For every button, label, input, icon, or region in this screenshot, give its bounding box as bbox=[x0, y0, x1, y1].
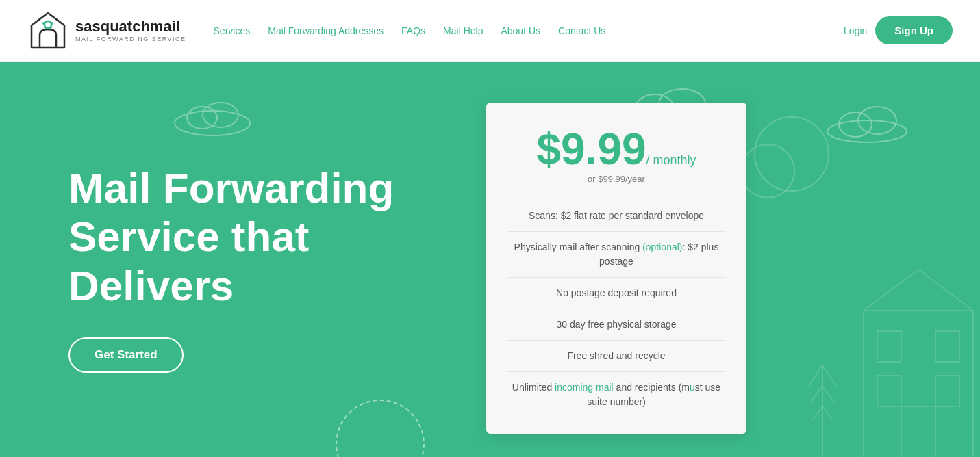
pricing-card: $9.99/ monthly or $99.99/year Scans: $2 … bbox=[486, 103, 746, 434]
nav-mail-help[interactable]: Mail Help bbox=[436, 21, 490, 40]
price-header: $9.99/ monthly or $99.99/year bbox=[507, 127, 726, 184]
svg-point-0 bbox=[45, 21, 51, 28]
svg-point-10 bbox=[839, 112, 872, 137]
svg-point-4 bbox=[187, 107, 217, 129]
cloud-decoration-3 bbox=[822, 103, 912, 146]
svg-line-21 bbox=[809, 365, 822, 386]
svg-line-24 bbox=[822, 386, 835, 403]
svg-point-11 bbox=[858, 107, 896, 134]
svg-point-2 bbox=[51, 22, 53, 25]
svg-point-9 bbox=[827, 120, 907, 142]
circle-decoration-1 bbox=[740, 144, 795, 198]
tree-decoration bbox=[802, 352, 843, 457]
main-nav: Services Mail Forwarding Addresses FAQs … bbox=[207, 21, 844, 40]
logo-icon bbox=[27, 10, 68, 51]
get-started-button[interactable]: Get Started bbox=[68, 337, 184, 373]
nav-about[interactable]: About Us bbox=[494, 21, 547, 40]
circle-decoration-2 bbox=[754, 116, 829, 192]
svg-rect-16 bbox=[877, 376, 901, 406]
svg-rect-17 bbox=[935, 331, 959, 362]
svg-rect-18 bbox=[935, 376, 959, 406]
feature-scans: Scans: $2 flat rate per standard envelop… bbox=[507, 200, 726, 232]
price-period: / monthly bbox=[646, 153, 696, 167]
nav-faqs[interactable]: FAQs bbox=[394, 21, 432, 40]
svg-line-22 bbox=[822, 365, 836, 386]
svg-point-3 bbox=[175, 111, 250, 135]
svg-rect-19 bbox=[901, 406, 935, 457]
svg-line-13 bbox=[864, 270, 918, 311]
price-amount: $9.99/ monthly bbox=[507, 127, 726, 171]
feature-storage: 30 day free physical storage bbox=[507, 309, 726, 341]
feature-physical-mail: Physically mail after scanning (optional… bbox=[507, 232, 726, 278]
nav-mail-forwarding[interactable]: Mail Forwarding Addresses bbox=[261, 21, 390, 40]
feature-shred: Free shred and recycle bbox=[507, 341, 726, 372]
logo[interactable]: sasquatchmail Mail Forwarding Service bbox=[27, 10, 186, 51]
svg-line-26 bbox=[822, 406, 833, 420]
price-features-list: Scans: $2 flat rate per standard envelop… bbox=[507, 200, 726, 417]
nav-contact[interactable]: Contact Us bbox=[551, 21, 612, 40]
svg-line-23 bbox=[810, 386, 822, 403]
dashed-circle-decoration bbox=[336, 400, 425, 457]
price-alt: or $99.99/year bbox=[507, 174, 726, 184]
svg-point-5 bbox=[203, 103, 238, 127]
cloud-decoration-1 bbox=[171, 96, 253, 140]
hero-title: Mail Forwarding Service that Delivers bbox=[68, 164, 445, 310]
svg-point-1 bbox=[42, 22, 45, 25]
signup-button[interactable]: Sign Up bbox=[875, 16, 953, 44]
hero-content: Mail Forwarding Service that Delivers Ge… bbox=[68, 164, 445, 373]
feature-postage: No postage deposit required bbox=[507, 278, 726, 309]
login-link[interactable]: Login bbox=[844, 25, 867, 36]
house-decoration bbox=[857, 256, 980, 457]
feature-unlimited: Unlimited incoming mail and recipients (… bbox=[507, 372, 726, 417]
svg-rect-15 bbox=[877, 331, 901, 362]
svg-line-14 bbox=[918, 270, 973, 311]
svg-rect-12 bbox=[864, 311, 973, 457]
nav-actions: Login Sign Up bbox=[844, 16, 953, 44]
header: sasquatchmail Mail Forwarding Service Se… bbox=[0, 0, 980, 62]
nav-services[interactable]: Services bbox=[207, 21, 257, 40]
logo-text: sasquatchmail Mail Forwarding Service bbox=[75, 18, 186, 42]
svg-line-25 bbox=[812, 406, 822, 420]
logo-brand: sasquatchmail bbox=[75, 18, 186, 35]
hero-section: Mail Forwarding Service that Delivers Ge… bbox=[0, 62, 980, 457]
logo-sub: Mail Forwarding Service bbox=[75, 36, 186, 42]
